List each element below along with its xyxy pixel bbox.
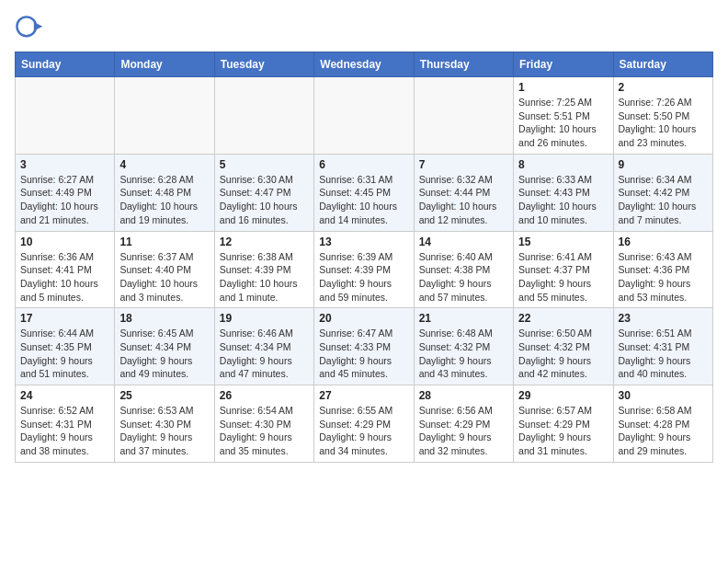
calendar-cell: 24Sunrise: 6:52 AMSunset: 4:31 PMDayligh… bbox=[16, 385, 115, 463]
day-number: 26 bbox=[220, 389, 309, 402]
day-info: Sunrise: 6:54 AMSunset: 4:30 PMDaylight:… bbox=[220, 404, 309, 458]
calendar-cell bbox=[414, 77, 513, 155]
day-number: 1 bbox=[518, 81, 608, 94]
day-info: Sunrise: 6:57 AMSunset: 4:29 PMDaylight:… bbox=[518, 404, 608, 458]
calendar-cell: 2Sunrise: 7:26 AMSunset: 5:50 PMDaylight… bbox=[613, 77, 712, 155]
day-info: Sunrise: 6:44 AMSunset: 4:35 PMDaylight:… bbox=[20, 327, 109, 381]
calendar-cell: 5Sunrise: 6:30 AMSunset: 4:47 PMDaylight… bbox=[214, 154, 313, 231]
calendar-cell: 14Sunrise: 6:40 AMSunset: 4:38 PMDayligh… bbox=[414, 231, 513, 308]
calendar-cell: 13Sunrise: 6:39 AMSunset: 4:39 PMDayligh… bbox=[314, 231, 414, 308]
calendar-cell: 9Sunrise: 6:34 AMSunset: 4:42 PMDaylight… bbox=[613, 154, 712, 231]
calendar-cell: 11Sunrise: 6:37 AMSunset: 4:40 PMDayligh… bbox=[115, 231, 214, 308]
day-number: 20 bbox=[319, 312, 408, 325]
day-number: 27 bbox=[319, 389, 408, 402]
day-info: Sunrise: 6:37 AMSunset: 4:40 PMDaylight:… bbox=[119, 250, 209, 304]
calendar-cell: 25Sunrise: 6:53 AMSunset: 4:30 PMDayligh… bbox=[115, 385, 214, 463]
day-of-week-header: Monday bbox=[115, 52, 214, 77]
day-info: Sunrise: 6:38 AMSunset: 4:39 PMDaylight:… bbox=[220, 250, 309, 304]
day-info: Sunrise: 7:26 AMSunset: 5:50 PMDaylight:… bbox=[619, 96, 708, 150]
day-number: 17 bbox=[20, 312, 109, 325]
day-info: Sunrise: 6:39 AMSunset: 4:39 PMDaylight:… bbox=[319, 250, 408, 304]
day-info: Sunrise: 6:30 AMSunset: 4:47 PMDaylight:… bbox=[220, 173, 309, 227]
calendar-cell: 19Sunrise: 6:46 AMSunset: 4:34 PMDayligh… bbox=[214, 308, 313, 385]
day-info: Sunrise: 6:32 AMSunset: 4:44 PMDaylight:… bbox=[419, 173, 508, 227]
day-info: Sunrise: 6:34 AMSunset: 4:42 PMDaylight:… bbox=[619, 173, 708, 227]
day-number: 12 bbox=[220, 236, 309, 248]
day-number: 5 bbox=[220, 158, 309, 171]
day-number: 6 bbox=[319, 158, 408, 171]
day-number: 22 bbox=[518, 312, 608, 325]
day-number: 18 bbox=[119, 312, 209, 325]
logo-icon bbox=[15, 15, 44, 44]
day-info: Sunrise: 6:33 AMSunset: 4:43 PMDaylight:… bbox=[518, 173, 608, 227]
calendar-cell: 12Sunrise: 6:38 AMSunset: 4:39 PMDayligh… bbox=[214, 231, 313, 308]
day-number: 29 bbox=[518, 389, 608, 402]
calendar-cell: 10Sunrise: 6:36 AMSunset: 4:41 PMDayligh… bbox=[16, 231, 115, 308]
day-info: Sunrise: 6:53 AMSunset: 4:30 PMDaylight:… bbox=[119, 404, 209, 458]
day-info: Sunrise: 6:56 AMSunset: 4:29 PMDaylight:… bbox=[419, 404, 508, 458]
calendar-cell bbox=[214, 77, 313, 155]
day-of-week-header: Friday bbox=[514, 52, 613, 77]
calendar-cell bbox=[115, 77, 214, 155]
day-number: 21 bbox=[419, 312, 508, 325]
calendar-cell: 17Sunrise: 6:44 AMSunset: 4:35 PMDayligh… bbox=[16, 308, 115, 385]
day-number: 28 bbox=[419, 389, 508, 402]
day-of-week-header: Thursday bbox=[414, 52, 513, 77]
day-number: 25 bbox=[119, 389, 209, 402]
day-info: Sunrise: 6:40 AMSunset: 4:38 PMDaylight:… bbox=[419, 250, 508, 304]
day-info: Sunrise: 6:51 AMSunset: 4:31 PMDaylight:… bbox=[619, 327, 708, 381]
svg-marker-1 bbox=[34, 22, 43, 31]
day-number: 11 bbox=[119, 236, 209, 248]
day-info: Sunrise: 6:28 AMSunset: 4:48 PMDaylight:… bbox=[119, 173, 209, 227]
calendar-cell: 6Sunrise: 6:31 AMSunset: 4:45 PMDaylight… bbox=[314, 154, 414, 231]
day-number: 10 bbox=[20, 236, 109, 248]
calendar-cell: 21Sunrise: 6:48 AMSunset: 4:32 PMDayligh… bbox=[414, 308, 513, 385]
day-info: Sunrise: 7:25 AMSunset: 5:51 PMDaylight:… bbox=[518, 96, 608, 150]
calendar-cell: 7Sunrise: 6:32 AMSunset: 4:44 PMDaylight… bbox=[414, 154, 513, 231]
day-info: Sunrise: 6:47 AMSunset: 4:33 PMDaylight:… bbox=[319, 327, 408, 381]
calendar-cell bbox=[16, 77, 115, 155]
calendar-cell: 1Sunrise: 7:25 AMSunset: 5:51 PMDaylight… bbox=[514, 77, 613, 155]
day-number: 9 bbox=[619, 158, 708, 171]
day-number: 13 bbox=[319, 236, 408, 248]
day-info: Sunrise: 6:50 AMSunset: 4:32 PMDaylight:… bbox=[518, 327, 608, 381]
day-number: 23 bbox=[619, 312, 708, 325]
day-number: 19 bbox=[220, 312, 309, 325]
calendar-cell: 23Sunrise: 6:51 AMSunset: 4:31 PMDayligh… bbox=[613, 308, 712, 385]
calendar-cell: 20Sunrise: 6:47 AMSunset: 4:33 PMDayligh… bbox=[314, 308, 414, 385]
day-info: Sunrise: 6:31 AMSunset: 4:45 PMDaylight:… bbox=[319, 173, 408, 227]
day-info: Sunrise: 6:45 AMSunset: 4:34 PMDaylight:… bbox=[119, 327, 209, 381]
day-info: Sunrise: 6:27 AMSunset: 4:49 PMDaylight:… bbox=[20, 173, 109, 227]
day-info: Sunrise: 6:58 AMSunset: 4:28 PMDaylight:… bbox=[619, 404, 708, 458]
day-of-week-header: Tuesday bbox=[214, 52, 313, 77]
day-number: 30 bbox=[619, 389, 708, 402]
day-number: 3 bbox=[20, 158, 109, 171]
day-info: Sunrise: 6:41 AMSunset: 4:37 PMDaylight:… bbox=[518, 250, 608, 304]
calendar-cell: 4Sunrise: 6:28 AMSunset: 4:48 PMDaylight… bbox=[115, 154, 214, 231]
day-info: Sunrise: 6:52 AMSunset: 4:31 PMDaylight:… bbox=[20, 404, 109, 458]
day-number: 16 bbox=[619, 236, 708, 248]
calendar-cell bbox=[314, 77, 414, 155]
logo bbox=[15, 15, 48, 44]
calendar-cell: 30Sunrise: 6:58 AMSunset: 4:28 PMDayligh… bbox=[613, 385, 712, 463]
day-number: 2 bbox=[619, 81, 708, 94]
calendar-cell: 28Sunrise: 6:56 AMSunset: 4:29 PMDayligh… bbox=[414, 385, 513, 463]
day-of-week-header: Saturday bbox=[613, 52, 712, 77]
day-number: 24 bbox=[20, 389, 109, 402]
day-of-week-header: Wednesday bbox=[314, 52, 414, 77]
day-of-week-header: Sunday bbox=[16, 52, 115, 77]
calendar-cell: 27Sunrise: 6:55 AMSunset: 4:29 PMDayligh… bbox=[314, 385, 414, 463]
day-info: Sunrise: 6:43 AMSunset: 4:36 PMDaylight:… bbox=[619, 250, 708, 304]
calendar-cell: 18Sunrise: 6:45 AMSunset: 4:34 PMDayligh… bbox=[115, 308, 214, 385]
day-info: Sunrise: 6:48 AMSunset: 4:32 PMDaylight:… bbox=[419, 327, 508, 381]
calendar-cell: 26Sunrise: 6:54 AMSunset: 4:30 PMDayligh… bbox=[214, 385, 313, 463]
calendar-cell: 3Sunrise: 6:27 AMSunset: 4:49 PMDaylight… bbox=[16, 154, 115, 231]
svg-point-0 bbox=[17, 17, 36, 36]
calendar-cell: 16Sunrise: 6:43 AMSunset: 4:36 PMDayligh… bbox=[613, 231, 712, 308]
calendar-table: SundayMondayTuesdayWednesdayThursdayFrid… bbox=[15, 52, 713, 463]
day-info: Sunrise: 6:46 AMSunset: 4:34 PMDaylight:… bbox=[220, 327, 309, 381]
calendar-cell: 29Sunrise: 6:57 AMSunset: 4:29 PMDayligh… bbox=[514, 385, 613, 463]
day-number: 7 bbox=[419, 158, 508, 171]
calendar-cell: 8Sunrise: 6:33 AMSunset: 4:43 PMDaylight… bbox=[514, 154, 613, 231]
day-number: 8 bbox=[518, 158, 608, 171]
